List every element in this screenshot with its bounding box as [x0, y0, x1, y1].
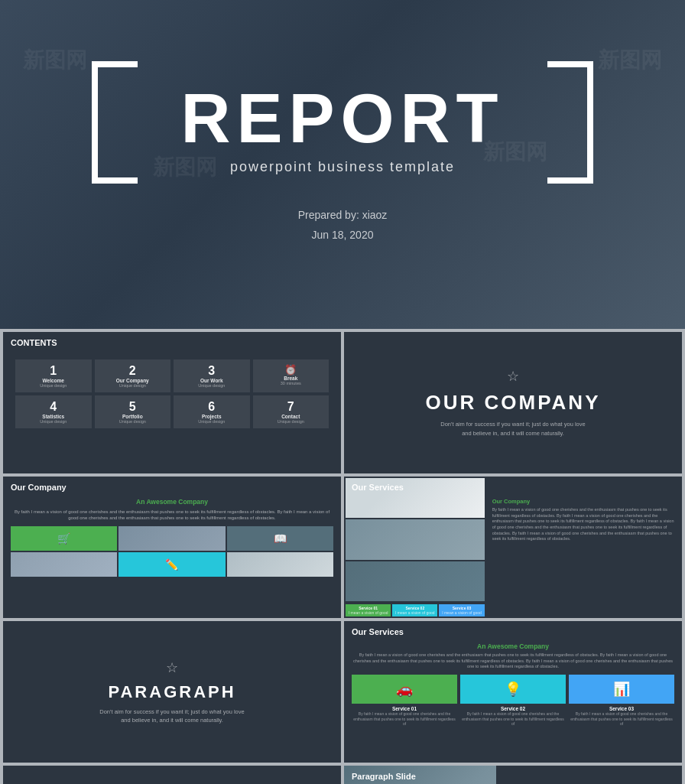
services-right-body: By faith I mean a vision of good one che… — [352, 652, 674, 670]
service-badge-3: Service 03 I mean a vision of good — [439, 604, 484, 616]
our-company-desc: Don't aim for success if you want it; ju… — [437, 420, 589, 438]
paragraph-desc: Don't aim for success if you want it; ju… — [96, 708, 248, 725]
bracket-left — [92, 61, 138, 184]
company-icon-grid: 🛒 📖 ✏️ — [11, 526, 333, 577]
our-company-detail-content: An Awesome Company By faith I mean a vis… — [3, 477, 341, 584]
service-col-1: 🚗 Service 01 By faith I mean a vision of… — [352, 675, 457, 727]
service-badge-2: Service 02 I mean a vision of good — [392, 604, 437, 616]
service-col-2-img: 💡 — [460, 675, 566, 704]
content-item-ourwork: 3 Our Work Unique design — [174, 359, 250, 392]
services-left-label: Our Services — [352, 483, 404, 492]
hero-title: REPORT — [180, 84, 504, 153]
content-item-statistics: 4 Statistics Unique design — [15, 395, 92, 428]
services-right-content: An Awesome Company By faith I mean a vis… — [344, 621, 682, 733]
service-col-1-text: By faith I mean a vision of good one che… — [352, 711, 457, 727]
hero-subtitle: powerpoint business template — [230, 159, 455, 175]
slide-our-work: ▤ OUR WORK Don't aim for success if you … — [3, 766, 341, 784]
service-col-3-img: 📊 — [569, 675, 674, 704]
slide-contents: CONTENTS 1 Welcome Unique design 2 Our C… — [3, 332, 341, 473]
watermark-3: 新图网 — [153, 153, 217, 182]
service-col-3-title: Service 03 — [609, 706, 634, 711]
contents-items: 1 Welcome Unique design 2 Our Company Un… — [15, 359, 329, 428]
slide-paragraph-left: Paragraph Slide Don't aim for success if… — [344, 766, 682, 784]
paragraph-star-icon: ☆ — [166, 659, 178, 676]
content-item-break: ⏰ Break 30 minutes — [253, 359, 330, 392]
icon-edit: ✏️ — [118, 552, 225, 577]
main-slides-grid: CONTENTS 1 Welcome Unique design 2 Our C… — [0, 329, 685, 784]
slide-our-services-left: Service 01 I mean a vision of good Servi… — [344, 477, 682, 618]
services-left-content: Our Services Our Company By faith I mean… — [486, 477, 682, 618]
service-col-3-text: By faith I mean a vision of good one che… — [569, 711, 674, 727]
service-badge-1: Service 01 I mean a vision of good — [346, 604, 391, 616]
watermark-1: 新图网 — [23, 46, 87, 75]
img-tile-2 — [11, 552, 117, 577]
bracket-right — [547, 61, 593, 184]
services-right-label: Our Services — [352, 627, 404, 636]
content-item-portfolio: 5 Portfolio Unique design — [95, 395, 171, 428]
contents-inner: 1 Welcome Unique design 2 Our Company Un… — [3, 332, 341, 436]
slide-our-company-detail: Our Company An Awesome Company By faith … — [3, 477, 341, 618]
watermark-2: 新图网 — [598, 46, 662, 75]
hero-slide: 新图网 新图网 新图网 新图网 REPORT powerpoint busine… — [0, 0, 685, 329]
services-left-images: Service 01 I mean a vision of good Servi… — [344, 477, 486, 618]
our-company-detail-label: Our Company — [11, 483, 67, 492]
icon-cart: 🛒 — [11, 526, 117, 551]
slide-our-services-right: Our Services An Awesome Company By faith… — [344, 621, 682, 763]
company-body-text: By faith I mean a vision of good one che… — [11, 509, 333, 522]
company-star-icon: ☆ — [507, 368, 519, 385]
service-cols: 🚗 Service 01 By faith I mean a vision of… — [352, 675, 674, 727]
our-company-title: OUR COMPANY — [426, 391, 601, 415]
content-item-projects: 6 Projects Unique design — [174, 395, 250, 428]
para-slide-label: Paragraph Slide — [352, 772, 416, 781]
hero-prepared: Prepared by: xiaoz Jun 18, 2020 — [298, 206, 388, 244]
service-img-2 — [346, 519, 485, 559]
services-company-label: Our Company — [492, 498, 676, 505]
service-col-1-title: Service 01 — [392, 706, 417, 711]
service-col-3: 📊 Service 03 By faith I mean a vision of… — [569, 675, 674, 727]
company-accent-title: An Awesome Company — [11, 498, 333, 506]
para-text-content: Paragraph Slide Don't aim for success if… — [496, 766, 682, 784]
service-col-1-img: 🚗 — [352, 675, 457, 704]
service-col-2-text: By faith I mean a vision of good one che… — [460, 711, 566, 727]
img-tile-1 — [118, 526, 225, 551]
paragraph-title: PARAGRAPH — [108, 682, 235, 702]
service-col-2-title: Service 02 — [501, 706, 525, 711]
content-item-contact: 7 Contact Unique design — [253, 395, 330, 428]
img-tile-3 — [227, 552, 333, 577]
services-body: By faith I mean a vision of good one che… — [492, 507, 676, 542]
service-badges: Service 01 I mean a vision of good Servi… — [346, 604, 485, 616]
content-item-ourcompany: 2 Our Company Unique design — [95, 359, 171, 392]
contents-title: CONTENTS — [11, 338, 57, 347]
service-img-3 — [346, 561, 485, 601]
icon-book: 📖 — [227, 526, 333, 551]
services-right-accent: An Awesome Company — [352, 642, 674, 650]
content-item-welcome: 1 Welcome Unique design — [15, 359, 92, 392]
slide-our-company-text: ☆ OUR COMPANY Don't aim for success if y… — [344, 332, 682, 473]
slide-paragraph-center: ☆ PARAGRAPH Don't aim for success if you… — [3, 621, 341, 763]
service-col-2: 💡 Service 02 By faith I mean a vision of… — [460, 675, 566, 727]
